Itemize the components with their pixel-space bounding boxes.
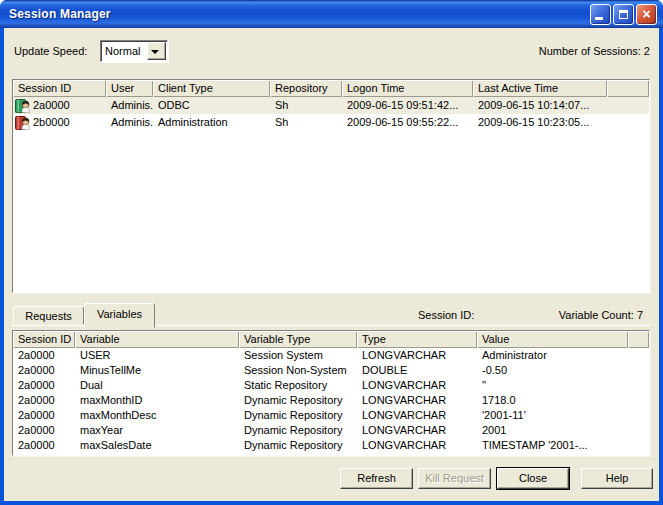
variable-name: MinusTellMe <box>75 363 239 378</box>
variable-type-class: Session Non-System <box>239 363 357 378</box>
tab-requests[interactable]: Requests <box>13 306 84 325</box>
close-button[interactable]: × <box>636 4 657 25</box>
variable-value: Administrator <box>477 348 628 363</box>
variable-value: '2001-11' <box>477 408 628 423</box>
session-manager-window: Session Manager × Update Speed: Normal N… <box>0 0 663 505</box>
session-last-active: 2009-06-15 10:23:05... <box>473 114 607 131</box>
table-row[interactable]: 2a0000 maxMonthID Dynamic Repository LON… <box>13 393 649 408</box>
session-id-label: Session ID: <box>418 304 474 326</box>
column-header[interactable]: Session ID <box>13 80 106 97</box>
column-header-stub <box>607 80 649 97</box>
sessions-table: Session ID User Client Type Repository L… <box>12 79 650 293</box>
column-header[interactable]: Value <box>477 331 628 348</box>
table-row[interactable]: 2a0000 Adminis... ODBC Sh 2009-06-15 09:… <box>13 97 649 114</box>
column-header-stub <box>628 331 649 348</box>
titlebar[interactable]: Session Manager × <box>0 0 663 28</box>
update-speed-value: Normal <box>101 41 146 61</box>
session-logon-time: 2009-06-15 09:51:42... <box>342 97 473 114</box>
column-header[interactable]: Variable Type <box>239 331 357 348</box>
variables-table-header: Session ID Variable Variable Type Type V… <box>13 331 649 348</box>
variable-value: 1718.0 <box>477 393 628 408</box>
table-row[interactable]: 2a0000 maxSalesDate Dynamic Repository L… <box>13 438 649 453</box>
maximize-icon <box>619 10 628 19</box>
variable-data-type: LONGVARCHAR <box>357 423 477 438</box>
table-row[interactable]: 2a0000 MinusTellMe Session Non-System DO… <box>13 363 649 378</box>
session-repository: Sh <box>270 114 342 131</box>
variable-data-type: LONGVARCHAR <box>357 438 477 453</box>
maximize-button[interactable] <box>613 4 634 25</box>
refresh-button[interactable]: Refresh <box>340 468 413 489</box>
session-last-active: 2009-06-15 10:14:07... <box>473 97 607 114</box>
variable-value: '' <box>477 378 628 393</box>
kill-request-button: Kill Request <box>418 468 491 489</box>
variable-data-type: DOUBLE <box>357 363 477 378</box>
variables-table-body: 2a0000 USER Session System LONGVARCHAR A… <box>13 348 649 453</box>
table-row[interactable]: 2a0000 USER Session System LONGVARCHAR A… <box>13 348 649 363</box>
update-speed-label: Update Speed: <box>14 40 87 62</box>
variable-type-class: Static Repository <box>239 378 357 393</box>
titlebar-buttons: × <box>590 4 657 25</box>
client-area: Update Speed: Normal Number of Sessions:… <box>4 28 659 501</box>
variable-session-id: 2a0000 <box>13 348 75 363</box>
variable-type-class: Dynamic Repository <box>239 393 357 408</box>
variable-data-type: LONGVARCHAR <box>357 348 477 363</box>
variable-session-id: 2a0000 <box>13 408 75 423</box>
variable-session-id: 2a0000 <box>13 378 75 393</box>
variable-type-class: Dynamic Repository <box>239 408 357 423</box>
variable-name: USER <box>75 348 239 363</box>
variable-type-class: Dynamic Repository <box>239 438 357 453</box>
variable-name: Dual <box>75 378 239 393</box>
table-row[interactable]: 2b0000 Adminis... Administration Sh 2009… <box>13 114 649 131</box>
tab-variables[interactable]: Variables <box>84 303 155 328</box>
session-red-icon <box>15 116 31 130</box>
variable-data-type: LONGVARCHAR <box>357 378 477 393</box>
column-header[interactable]: Repository <box>270 80 342 97</box>
close-dialog-button[interactable]: Close <box>497 468 569 489</box>
update-speed-combobox[interactable]: Normal <box>100 40 168 62</box>
column-header[interactable]: Variable <box>75 331 239 348</box>
minimize-icon <box>595 17 603 20</box>
help-button[interactable]: Help <box>581 468 653 489</box>
chevron-down-icon <box>151 50 159 58</box>
column-header[interactable]: User <box>106 80 153 97</box>
table-row[interactable]: 2a0000 maxYear Dynamic Repository LONGVA… <box>13 423 649 438</box>
variable-session-id: 2a0000 <box>13 438 75 453</box>
column-header[interactable]: Client Type <box>153 80 270 97</box>
session-id: 2a0000 <box>33 97 70 114</box>
session-repository: Sh <box>270 97 342 114</box>
variable-count-label: Variable Count: 7 <box>559 304 643 326</box>
variable-type-class: Dynamic Repository <box>239 423 357 438</box>
variable-data-type: LONGVARCHAR <box>357 393 477 408</box>
session-client-type: ODBC <box>153 97 270 114</box>
variable-session-id: 2a0000 <box>13 393 75 408</box>
session-user: Adminis... <box>106 97 153 114</box>
session-user: Adminis... <box>106 114 153 131</box>
variable-value: TIMESTAMP '2001-... <box>477 438 628 453</box>
variable-value: 2001 <box>477 423 628 438</box>
variable-name: maxYear <box>75 423 239 438</box>
variable-data-type: LONGVARCHAR <box>357 408 477 423</box>
variable-name: maxMonthDesc <box>75 408 239 423</box>
variable-session-id: 2a0000 <box>13 423 75 438</box>
table-row[interactable]: 2a0000 Dual Static Repository LONGVARCHA… <box>13 378 649 393</box>
session-id: 2b0000 <box>33 114 70 131</box>
column-header[interactable]: Logon Time <box>342 80 473 97</box>
column-header[interactable]: Last Active Time <box>473 80 607 97</box>
sessions-table-header: Session ID User Client Type Repository L… <box>13 80 649 97</box>
column-header[interactable]: Session ID <box>13 331 75 348</box>
variables-table: Session ID Variable Variable Type Type V… <box>12 330 650 456</box>
table-row[interactable]: 2a0000 maxMonthDesc Dynamic Repository L… <box>13 408 649 423</box>
column-header[interactable]: Type <box>357 331 477 348</box>
session-client-type: Administration <box>153 114 270 131</box>
variable-name: maxMonthID <box>75 393 239 408</box>
minimize-button[interactable] <box>590 4 611 25</box>
combobox-dropdown-button[interactable] <box>147 42 166 60</box>
sessions-count-label: Number of Sessions: 2 <box>539 40 650 62</box>
variable-value: -0.50 <box>477 363 628 378</box>
variable-type-class: Session System <box>239 348 357 363</box>
session-logon-time: 2009-06-15 09:55:22... <box>342 114 473 131</box>
session-green-icon <box>15 99 31 113</box>
variable-name: maxSalesDate <box>75 438 239 453</box>
variable-session-id: 2a0000 <box>13 363 75 378</box>
close-icon: × <box>637 5 656 24</box>
